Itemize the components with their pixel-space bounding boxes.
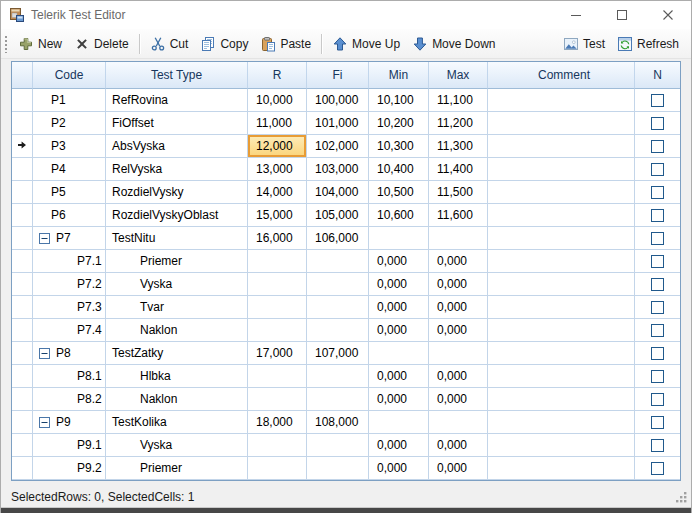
- cell-min[interactable]: 0,000: [369, 457, 429, 480]
- cell-fi[interactable]: 102,000: [307, 135, 369, 158]
- cell-n[interactable]: [635, 89, 680, 112]
- row-checkbox[interactable]: [651, 117, 664, 130]
- cell-fi[interactable]: [307, 296, 369, 319]
- row-checkbox[interactable]: [651, 163, 664, 176]
- cell-n[interactable]: [635, 158, 680, 181]
- cell-r[interactable]: 12,000: [248, 135, 307, 158]
- cell-max[interactable]: 0,000: [429, 250, 488, 273]
- cell-fi[interactable]: [307, 457, 369, 480]
- toolbar-button-test[interactable]: Test: [558, 33, 610, 55]
- toolbar-button-delete[interactable]: Delete: [69, 33, 134, 55]
- toolbar-button-move-down[interactable]: Move Down: [407, 33, 500, 55]
- cell-min[interactable]: 0,000: [369, 319, 429, 342]
- cell-fi[interactable]: 100,000: [307, 89, 369, 112]
- cell-code[interactable]: P8.2: [33, 388, 106, 411]
- cell-min[interactable]: [369, 227, 429, 250]
- column-header-n[interactable]: N: [635, 62, 680, 89]
- cell-comment[interactable]: [488, 273, 635, 296]
- cell-min[interactable]: 10,500: [369, 181, 429, 204]
- cell-max[interactable]: 0,000: [429, 273, 488, 296]
- cell-min[interactable]: 10,400: [369, 158, 429, 181]
- grid-row-P9[interactable]: P9TestKolika18,000108,000: [12, 411, 680, 434]
- grid-row-P7.3[interactable]: P7.3Tvar0,0000,000: [12, 296, 680, 319]
- cell-r[interactable]: [248, 457, 307, 480]
- collapse-toggle-icon[interactable]: [39, 348, 50, 359]
- cell-comment[interactable]: [488, 342, 635, 365]
- grid-row-P9.2[interactable]: P9.2Priemer0,0000,000: [12, 457, 680, 480]
- cell-test-type[interactable]: Priemer: [106, 457, 248, 480]
- cell-min[interactable]: [369, 411, 429, 434]
- grid-row-P9.1[interactable]: P9.1Vyska0,0000,000: [12, 434, 680, 457]
- cell-r[interactable]: [248, 434, 307, 457]
- cell-code[interactable]: P2: [33, 112, 106, 135]
- cell-max[interactable]: 11,500: [429, 181, 488, 204]
- cell-code[interactable]: P7.3: [33, 296, 106, 319]
- cell-max[interactable]: 0,000: [429, 388, 488, 411]
- grid-row-P7[interactable]: P7TestNitu16,000106,000: [12, 227, 680, 250]
- toolbar-button-copy[interactable]: Copy: [195, 33, 253, 55]
- cell-test-type[interactable]: RozdielVysky: [106, 181, 248, 204]
- cell-test-type[interactable]: Tvar: [106, 296, 248, 319]
- cell-fi[interactable]: 105,000: [307, 204, 369, 227]
- column-header-type[interactable]: Test Type: [106, 62, 248, 89]
- resize-grip-icon[interactable]: [675, 491, 688, 504]
- cell-code[interactable]: P9.1: [33, 434, 106, 457]
- grid-row-P7.4[interactable]: P7.4Naklon0,0000,000: [12, 319, 680, 342]
- cell-test-type[interactable]: Vyska: [106, 434, 248, 457]
- cell-min[interactable]: 0,000: [369, 388, 429, 411]
- cell-comment[interactable]: [488, 457, 635, 480]
- row-checkbox[interactable]: [651, 462, 664, 475]
- cell-min[interactable]: 10,200: [369, 112, 429, 135]
- cell-code[interactable]: P9.2: [33, 457, 106, 480]
- cell-min[interactable]: [369, 342, 429, 365]
- grid-row-P7.2[interactable]: P7.2Vyska0,0000,000: [12, 273, 680, 296]
- grid-row-P8.1[interactable]: P8.1Hlbka0,0000,000: [12, 365, 680, 388]
- cell-comment[interactable]: [488, 434, 635, 457]
- row-checkbox[interactable]: [651, 186, 664, 199]
- row-checkbox[interactable]: [651, 393, 664, 406]
- cell-fi[interactable]: [307, 319, 369, 342]
- row-checkbox[interactable]: [651, 416, 664, 429]
- cell-test-type[interactable]: TestZatky: [106, 342, 248, 365]
- cell-fi[interactable]: [307, 365, 369, 388]
- cell-fi[interactable]: 107,000: [307, 342, 369, 365]
- column-header-fi[interactable]: Fi: [307, 62, 369, 89]
- cell-max[interactable]: 0,000: [429, 434, 488, 457]
- grid-row-P3[interactable]: P3AbsVyska12,000102,00010,30011,300: [12, 135, 680, 158]
- cell-code[interactable]: P5: [33, 181, 106, 204]
- cell-n[interactable]: [635, 112, 680, 135]
- cell-comment[interactable]: [488, 411, 635, 434]
- cell-code[interactable]: P7.4: [33, 319, 106, 342]
- toolbar-button-new[interactable]: New: [13, 33, 67, 55]
- cell-fi[interactable]: [307, 250, 369, 273]
- cell-min[interactable]: 0,000: [369, 434, 429, 457]
- grid-row-P4[interactable]: P4RelVyska13,000103,00010,40011,400: [12, 158, 680, 181]
- cell-n[interactable]: [635, 365, 680, 388]
- cell-fi[interactable]: 106,000: [307, 227, 369, 250]
- cell-fi[interactable]: [307, 434, 369, 457]
- cell-comment[interactable]: [488, 112, 635, 135]
- cell-max[interactable]: [429, 411, 488, 434]
- cell-min[interactable]: 0,000: [369, 296, 429, 319]
- cell-code[interactable]: P7.2: [33, 273, 106, 296]
- collapse-toggle-icon[interactable]: [39, 233, 50, 244]
- cell-max[interactable]: [429, 227, 488, 250]
- cell-comment[interactable]: [488, 296, 635, 319]
- cell-min[interactable]: 10,100: [369, 89, 429, 112]
- cell-fi[interactable]: [307, 273, 369, 296]
- close-button[interactable]: [645, 1, 691, 29]
- cell-min[interactable]: 0,000: [369, 250, 429, 273]
- cell-test-type[interactable]: Priemer: [106, 250, 248, 273]
- cell-n[interactable]: [635, 296, 680, 319]
- cell-code[interactable]: P6: [33, 204, 106, 227]
- column-header-min[interactable]: Min: [369, 62, 429, 89]
- cell-max[interactable]: 0,000: [429, 319, 488, 342]
- cell-code[interactable]: P4: [33, 158, 106, 181]
- cell-n[interactable]: [635, 250, 680, 273]
- cell-n[interactable]: [635, 227, 680, 250]
- cell-code[interactable]: P7.1: [33, 250, 106, 273]
- column-header-r[interactable]: R: [248, 62, 307, 89]
- cell-r[interactable]: 10,000: [248, 89, 307, 112]
- row-checkbox[interactable]: [651, 301, 664, 314]
- cell-n[interactable]: [635, 273, 680, 296]
